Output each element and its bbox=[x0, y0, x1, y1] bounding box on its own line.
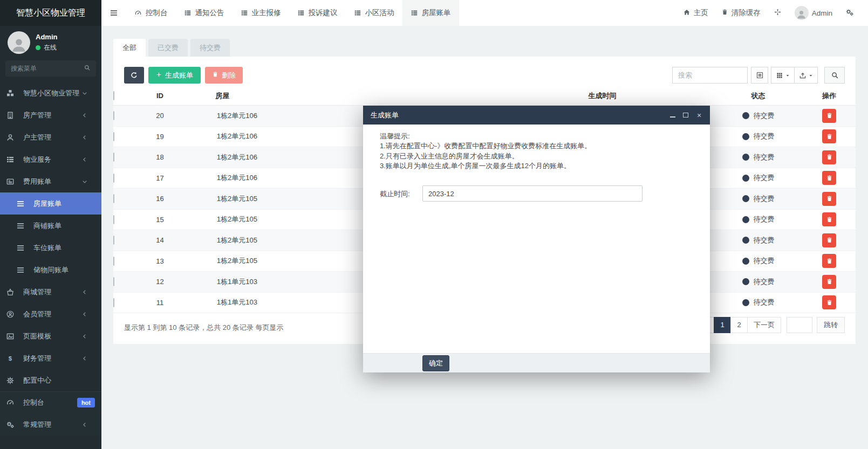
row-delete-button[interactable] bbox=[822, 129, 836, 143]
sidebar-item-商城管理[interactable]: 商城管理 bbox=[0, 281, 101, 303]
page-jump-button[interactable]: 跳转 bbox=[817, 317, 845, 333]
generate-bill-button[interactable]: 生成账单 bbox=[148, 67, 201, 84]
page-jump-input[interactable] bbox=[787, 317, 812, 333]
chevron-left-icon bbox=[80, 422, 90, 428]
clear-cache-button[interactable]: 清除缓存 bbox=[715, 0, 767, 26]
tips-title: 温馨提示: bbox=[380, 132, 591, 141]
image-icon bbox=[6, 332, 15, 341]
tab-全部[interactable]: 全部 bbox=[113, 39, 146, 57]
status-badge: 待交费 bbox=[714, 215, 803, 224]
avatar[interactable] bbox=[8, 31, 30, 54]
bill-icon-wrap bbox=[8, 177, 18, 186]
row-checkbox[interactable] bbox=[113, 277, 114, 286]
cell-actions bbox=[803, 212, 856, 226]
status-badge: 待交费 bbox=[714, 298, 803, 307]
row-checkbox[interactable] bbox=[113, 298, 114, 307]
search-submit-button[interactable] bbox=[824, 67, 845, 84]
nav-item-控制台[interactable]: 控制台 bbox=[126, 0, 176, 26]
cell-id: 12 bbox=[136, 278, 183, 286]
table-search-input[interactable] bbox=[672, 67, 748, 84]
sidebar-item-常规管理[interactable]: 常规管理 bbox=[0, 413, 101, 436]
nav-item-小区活动[interactable]: 小区活动 bbox=[346, 0, 402, 26]
sidebar-item-智慧小区物业管理[interactable]: 智慧小区物业管理 bbox=[0, 82, 101, 104]
settings-gears-button[interactable] bbox=[839, 0, 860, 26]
pagination-next[interactable]: 下一页 bbox=[747, 317, 781, 333]
row-checkbox[interactable] bbox=[113, 236, 114, 245]
trash-icon bbox=[826, 299, 833, 306]
row-delete-button[interactable] bbox=[822, 295, 836, 309]
sidebar-item-配置中心[interactable]: 配置中心 bbox=[0, 369, 101, 391]
select-all-checkbox[interactable] bbox=[113, 91, 114, 100]
online-dot-icon bbox=[36, 45, 40, 50]
minimize-icon[interactable] bbox=[670, 113, 675, 118]
row-delete-button[interactable] bbox=[822, 171, 836, 185]
search-icon bbox=[84, 64, 91, 71]
sidebar-item-页面模板[interactable]: 页面模板 bbox=[0, 325, 101, 347]
pagination-page-2[interactable]: 2 bbox=[730, 317, 748, 333]
row-delete-button[interactable] bbox=[822, 233, 836, 247]
refresh-button[interactable] bbox=[124, 67, 144, 84]
due-date-input[interactable] bbox=[422, 185, 643, 202]
row-delete-button[interactable] bbox=[822, 275, 836, 289]
sidebar-item-储物间账单[interactable]: 储物间账单 bbox=[0, 259, 101, 281]
trash-icon bbox=[826, 133, 833, 140]
row-delete-button[interactable] bbox=[822, 254, 836, 268]
status-label: 待交费 bbox=[754, 256, 775, 266]
sidebar-search-input[interactable]: 搜索菜单 bbox=[5, 60, 96, 77]
chevron-left-icon bbox=[80, 333, 90, 340]
sidebar-item-商铺账单[interactable]: 商铺账单 bbox=[0, 215, 101, 237]
delete-button[interactable]: 删除 bbox=[205, 67, 243, 84]
fullscreen-button[interactable] bbox=[767, 0, 788, 26]
row-checkbox[interactable] bbox=[113, 153, 114, 162]
sidebar-item-财务管理[interactable]: $财务管理 bbox=[0, 347, 101, 369]
sidebar-item-房屋账单[interactable]: 房屋账单 bbox=[0, 192, 101, 215]
row-checkbox[interactable] bbox=[113, 111, 114, 120]
row-checkbox[interactable] bbox=[113, 174, 114, 183]
tab-待交费[interactable]: 待交费 bbox=[190, 39, 230, 57]
confirm-button[interactable]: 确定 bbox=[422, 355, 449, 371]
nav-item-房屋账单[interactable]: 房屋账单 bbox=[402, 0, 459, 26]
row-checkbox[interactable] bbox=[113, 215, 114, 224]
close-icon[interactable]: × bbox=[696, 112, 702, 119]
sidebar-item-label: 房产管理 bbox=[23, 110, 80, 120]
sidebar-item-费用账单[interactable]: 费用账单 bbox=[0, 170, 101, 192]
user-menu[interactable]: Admin bbox=[788, 0, 839, 26]
sidebar-item-会员管理[interactable]: 会员管理 bbox=[0, 303, 101, 325]
nav-item-通知公告[interactable]: 通知公告 bbox=[176, 0, 233, 26]
sidebar-item-label: 房屋账单 bbox=[33, 199, 95, 209]
row-checkbox[interactable] bbox=[113, 257, 114, 266]
chevron-left-icon bbox=[80, 112, 90, 119]
home-link[interactable]: 主页 bbox=[676, 0, 715, 26]
sidebar-item-房产管理[interactable]: 房产管理 bbox=[0, 104, 101, 126]
export-button[interactable] bbox=[794, 67, 818, 84]
dialog-titlebar[interactable]: 生成账单 × bbox=[363, 106, 710, 125]
row-delete-button[interactable] bbox=[822, 212, 836, 226]
trash-icon bbox=[212, 71, 218, 78]
status-badge: 待交费 bbox=[714, 153, 803, 162]
tip-line: 3.账单以月为单位生成,单个房屋一次最多生成12个月的账单。 bbox=[380, 161, 591, 171]
row-checkbox[interactable] bbox=[113, 132, 114, 141]
bars-icon bbox=[16, 244, 25, 252]
pagination-page-1[interactable]: 1 bbox=[714, 317, 731, 333]
sidebar-item-label: 配置中心 bbox=[23, 376, 95, 385]
cell-actions bbox=[803, 295, 856, 309]
person-icon bbox=[10, 36, 28, 54]
row-delete-button[interactable] bbox=[822, 192, 836, 206]
maximize-icon[interactable] bbox=[683, 113, 688, 118]
cell-id: 15 bbox=[136, 216, 183, 224]
bars-icon-wrap bbox=[18, 244, 28, 252]
hamburger-menu-icon[interactable] bbox=[101, 0, 126, 26]
tab-已交费[interactable]: 已交费 bbox=[148, 39, 188, 57]
row-delete-button[interactable] bbox=[822, 109, 836, 123]
sidebar-item-物业服务[interactable]: 物业服务 bbox=[0, 148, 101, 170]
row-delete-button[interactable] bbox=[822, 150, 836, 164]
sidebar-item-控制台[interactable]: 控制台hot bbox=[0, 391, 101, 413]
nav-item-投诉建议[interactable]: 投诉建议 bbox=[289, 0, 346, 26]
sidebar-item-户主管理[interactable]: 户主管理 bbox=[0, 126, 101, 148]
sidebar-item-车位账单[interactable]: 车位账单 bbox=[0, 237, 101, 259]
cell-house: 1栋2单元106 bbox=[183, 173, 262, 183]
row-checkbox[interactable] bbox=[113, 194, 114, 203]
columns-toggle-button[interactable] bbox=[771, 67, 795, 84]
detail-view-button[interactable] bbox=[751, 67, 768, 84]
nav-item-业主报修[interactable]: 业主报修 bbox=[233, 0, 289, 26]
